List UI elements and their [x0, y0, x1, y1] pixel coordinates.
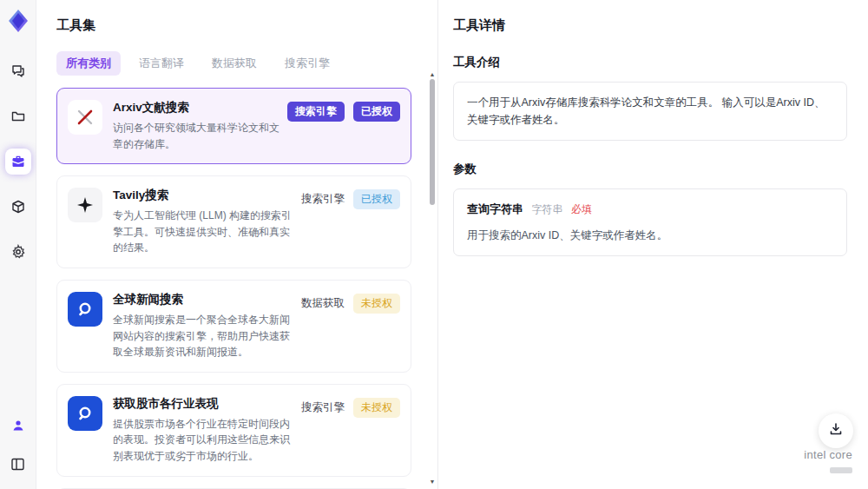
chat-icon — [10, 63, 26, 79]
detail-title: 工具详情 — [453, 17, 847, 34]
app-logo-icon — [5, 8, 31, 34]
param-required-badge: 必填 — [571, 203, 592, 215]
intro-text: 一个用于从Arxiv存储库搜索科学论文和文章的工具。 输入可以是Arxiv ID… — [453, 82, 847, 141]
tool-category-badge: 数据获取 — [301, 296, 345, 311]
param-item: 查询字符串 字符串 必填 用于搜索的Arxiv ID、关键字或作者姓名。 — [453, 188, 847, 256]
params-heading: 参数 — [453, 162, 847, 177]
download-icon — [829, 422, 843, 439]
tab-1[interactable]: 语言翻译 — [129, 51, 194, 76]
tool-name: 全球新闻搜索 — [113, 292, 294, 307]
cube-icon — [10, 199, 26, 215]
tool-detail-panel: 工具详情 工具介绍 一个用于从Arxiv存储库搜索科学论文和文章的工具。 输入可… — [437, 0, 868, 489]
intel-badge — [830, 467, 852, 473]
news-blue-icon — [68, 396, 102, 431]
tool-category-badge: 搜索引擎 — [301, 400, 345, 415]
tool-card[interactable]: Tavily搜索专为人工智能代理 (LLM) 构建的搜索引擎工具。可快速提供实时… — [56, 175, 411, 268]
gear-icon — [10, 244, 26, 260]
briefcase-icon — [10, 154, 26, 169]
tool-card[interactable]: Arxiv文献搜索访问各个研究领域大量科学论文和文章的存储库。搜索引擎已授权 — [56, 88, 411, 164]
param-name: 查询字符串 — [467, 202, 523, 215]
tool-description: 访问各个研究领域大量科学论文和文章的存储库。 — [113, 120, 280, 152]
scrollbar-up-arrow[interactable]: ▲ — [429, 71, 436, 77]
sidebar-item-user[interactable] — [5, 413, 31, 439]
tab-0[interactable]: 所有类别 — [56, 51, 121, 76]
sidebar-bottom — [5, 413, 31, 489]
tool-name: Tavily搜索 — [113, 188, 294, 203]
panel-icon — [10, 457, 25, 472]
tool-status-badge: 未授权 — [353, 398, 400, 418]
left-sidebar — [0, 0, 36, 489]
param-description: 用于搜索的Arxiv ID、关键字或作者姓名。 — [467, 227, 833, 244]
tool-category-badge: 搜索引擎 — [287, 102, 345, 122]
tavily-icon — [68, 188, 102, 222]
tool-status-badge: 未授权 — [353, 294, 400, 314]
tool-category-badge: 搜索引擎 — [301, 192, 345, 207]
param-type: 字符串 — [531, 203, 562, 215]
tool-status-badge: 已授权 — [353, 102, 400, 122]
sidebar-item-toggle[interactable] — [5, 451, 31, 477]
sidebar-item-settings[interactable] — [5, 239, 31, 265]
tool-name: Arxiv文献搜索 — [113, 100, 280, 116]
intel-core-text: intel core — [804, 448, 852, 461]
list-scrollbar[interactable]: ▲ ▼ — [429, 73, 436, 483]
sidebar-nav — [5, 58, 31, 265]
tool-card-list: Arxiv文献搜索访问各个研究领域大量科学论文和文章的存储库。搜索引擎已授权Ta… — [56, 88, 422, 489]
tools-panel: 工具集 所有类别语言翻译数据获取搜索引擎 Arxiv文献搜索访问各个研究领域大量… — [36, 0, 437, 489]
arxiv-icon — [68, 100, 102, 135]
tool-status-badge: 已授权 — [353, 189, 400, 209]
tools-panel-title: 工具集 — [56, 17, 422, 34]
intro-heading: 工具介绍 — [453, 55, 847, 70]
sidebar-item-chat[interactable] — [5, 58, 31, 84]
category-tabs: 所有类别语言翻译数据获取搜索引擎 — [56, 51, 422, 76]
tab-2[interactable]: 数据获取 — [202, 51, 266, 76]
tool-card[interactable]: 获取股市各行业表现提供股票市场各个行业在特定时间段内的表现。投资者可以利用这些信… — [56, 384, 411, 477]
user-icon — [11, 419, 25, 433]
tool-description: 全球新闻搜索是一个聚合全球各大新闻网站内容的搜索引擎，帮助用户快速获取全球最新资… — [113, 312, 294, 360]
sidebar-item-folder[interactable] — [5, 103, 31, 129]
tool-description: 提供股票市场各个行业在特定时间段内的表现。投资者可以利用这些信息来识别表现优于或… — [113, 416, 294, 465]
tool-name: 获取股市各行业表现 — [113, 396, 294, 412]
tool-description: 专为人工智能代理 (LLM) 构建的搜索引擎工具。可快速提供实时、准确和真实的结… — [113, 208, 294, 256]
tool-card[interactable]: 全球新闻搜索全球新闻搜索是一个聚合全球各大新闻网站内容的搜索引擎，帮助用户快速获… — [56, 280, 411, 373]
scrollbar-down-arrow[interactable]: ▼ — [429, 479, 436, 485]
scrollbar-thumb[interactable] — [430, 79, 435, 205]
sidebar-item-packages[interactable] — [5, 194, 31, 220]
folder-icon — [10, 109, 26, 124]
sidebar-item-toolbox[interactable] — [5, 149, 31, 175]
news-blue-icon — [68, 292, 102, 327]
tab-3[interactable]: 搜索引擎 — [275, 51, 339, 76]
download-button[interactable] — [819, 413, 853, 448]
intel-core-logo: intel core — [804, 448, 852, 477]
